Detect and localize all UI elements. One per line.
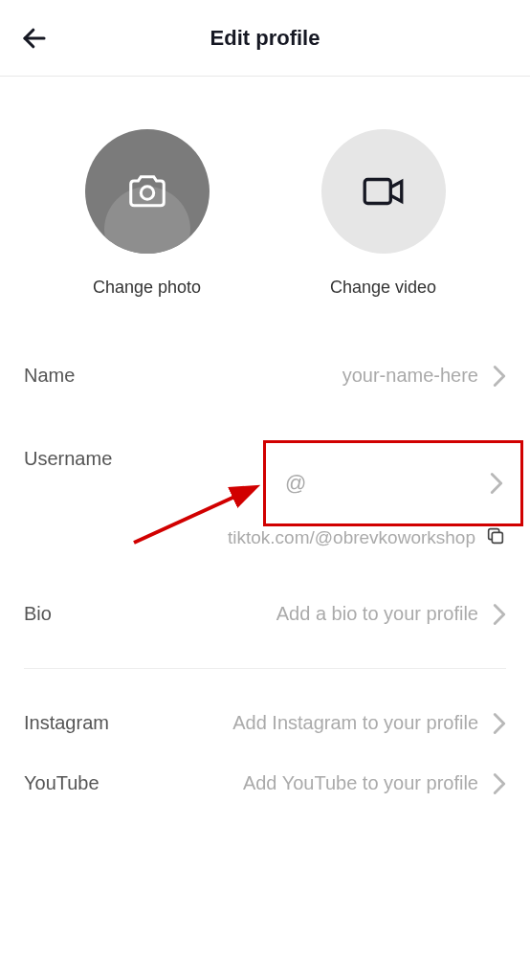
svg-point-1 — [141, 187, 153, 199]
field-username-value: @ — [285, 471, 306, 496]
chevron-icon — [493, 773, 506, 794]
profile-link-text: tiktok.com/@obrevkoworkshop — [228, 527, 475, 548]
change-video-button[interactable]: Change video — [321, 129, 446, 298]
field-bio-value-wrap: Add a bio to your profile — [276, 603, 506, 625]
copy-link-button[interactable] — [485, 525, 506, 550]
field-bio-value: Add a bio to your profile — [276, 603, 478, 625]
chevron-icon — [493, 366, 506, 387]
chevron-icon — [493, 713, 506, 734]
field-username-label: Username — [24, 448, 112, 470]
change-photo-label: Change photo — [93, 278, 201, 298]
field-name-value: your-name-here — [342, 365, 478, 387]
video-placeholder — [321, 129, 446, 254]
change-video-label: Change video — [330, 278, 436, 298]
svg-rect-3 — [492, 532, 502, 543]
back-button[interactable] — [19, 23, 50, 54]
edit-form: Name your-name-here Username tiktok.com/… — [0, 326, 530, 813]
field-instagram[interactable]: Instagram Add Instagram to your profile — [24, 693, 506, 753]
chevron-icon — [490, 473, 503, 494]
field-youtube-value: Add YouTube to your profile — [243, 772, 478, 794]
field-youtube-label: YouTube — [24, 772, 99, 794]
chevron-icon — [493, 604, 506, 625]
field-youtube[interactable]: YouTube Add YouTube to your profile — [24, 753, 506, 813]
field-name[interactable]: Name your-name-here — [24, 345, 506, 406]
media-section: Change photo Change video — [0, 77, 530, 326]
field-instagram-value-wrap: Add Instagram to your profile — [232, 712, 506, 734]
change-photo-button[interactable]: Change photo — [85, 129, 210, 298]
copy-icon — [485, 525, 506, 546]
field-instagram-value: Add Instagram to your profile — [232, 712, 478, 734]
field-instagram-label: Instagram — [24, 712, 109, 734]
divider — [24, 668, 506, 669]
header: Edit profile — [0, 0, 530, 77]
field-bio[interactable]: Bio Add a bio to your profile — [24, 584, 506, 644]
field-youtube-value-wrap: Add YouTube to your profile — [243, 772, 506, 794]
svg-rect-2 — [364, 180, 390, 204]
video-icon — [360, 167, 408, 215]
annotation-highlight-box: @ — [263, 440, 523, 526]
page-title: Edit profile — [210, 26, 320, 51]
field-name-value-wrap: your-name-here — [342, 365, 506, 387]
back-arrow-icon — [20, 24, 49, 53]
field-bio-label: Bio — [24, 603, 52, 625]
avatar-placeholder — [85, 129, 210, 254]
camera-icon — [125, 169, 169, 213]
field-name-label: Name — [24, 365, 75, 387]
